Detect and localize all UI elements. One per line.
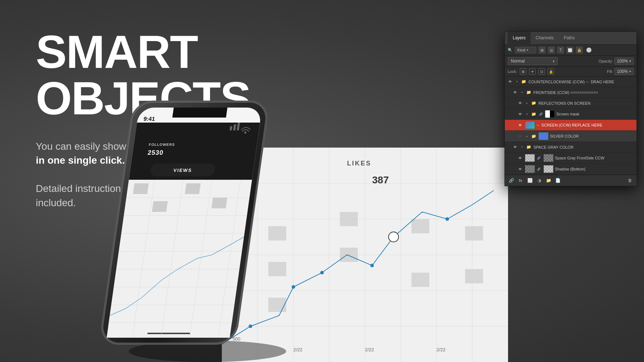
opacity-arrow: ▾	[629, 59, 631, 63]
lock-label: Lock:	[508, 69, 517, 74]
color-dot	[586, 48, 591, 53]
layer-item-spacegray-frontside[interactable]: Space Gray FrontSide CCW	[505, 153, 636, 164]
layer-eye-2[interactable]	[517, 100, 523, 106]
lock-all-icon[interactable]: 🔒	[548, 68, 554, 75]
adjustment-layer-icon[interactable]: ◑	[536, 177, 543, 184]
layer-item-reflections[interactable]: REFLECTIONS ON SCREEN	[505, 98, 636, 109]
layer-name-8: Shadow (Bottom)	[555, 167, 634, 171]
kind-label: Kind	[517, 48, 525, 52]
layer-folder-1	[526, 89, 532, 96]
opacity-control: Opacity: 100% ▾	[599, 58, 634, 65]
layer-thumb-7	[525, 154, 535, 162]
layer-item-frontside[interactable]: FRONTSIDE (CCW) ============	[505, 87, 636, 98]
delete-layer-icon[interactable]: 🗑	[626, 177, 634, 184]
lock-position-icon[interactable]: ✛	[529, 68, 536, 75]
dropdown-arrow: ▾	[527, 48, 528, 52]
layer-link-7	[536, 155, 541, 160]
tab-paths[interactable]: Paths	[559, 32, 580, 45]
main-title: SMART OBJECTS	[36, 29, 286, 122]
layer-item-space-gray[interactable]: SPACE GRAY COLOR	[505, 142, 636, 153]
layer-eye-6[interactable]	[512, 144, 518, 150]
layer-eye-7[interactable]	[517, 155, 523, 161]
photoshop-panel: Layers Channels Paths 🔍 Kind ▾ ⊞ ◎ T ⬜ 🔒…	[504, 31, 637, 186]
subtitle: You can easily show your design in one s…	[36, 139, 286, 167]
lock-pixels-icon[interactable]: ⊞	[520, 68, 526, 75]
title-line2: OBJECTS	[36, 75, 286, 122]
layer-thumb-3	[545, 110, 555, 118]
subtitle2: Detailed instructionsincluded.	[36, 182, 286, 209]
filter-dropdown[interactable]: Kind ▾	[515, 47, 536, 53]
layer-name-5: SILVER COLOR	[550, 134, 634, 138]
new-layer-icon[interactable]: 📄	[554, 177, 561, 184]
layer-item-screenmask[interactable]: Screen mask	[505, 109, 636, 120]
layer-name-2: REFLECTIONS ON SCREEN	[538, 101, 634, 105]
smart-filter-icon[interactable]: 🔒	[576, 46, 583, 54]
layer-thumb-8	[525, 165, 535, 173]
layer-eye-5[interactable]	[517, 133, 523, 139]
blend-mode-dropdown[interactable]: Normal ▾	[508, 57, 558, 65]
panel-tabs: Layers Channels Paths	[505, 32, 636, 45]
lock-artboard-icon[interactable]: ⊡	[538, 68, 545, 75]
layers-list: COUNTERCLOCKWISE (CCW) ← DRAG HERE FRONT…	[505, 76, 636, 175]
layer-name-7: Space Gray FrontSide CCW	[555, 156, 634, 160]
lock-fill-row: Lock: ⊞ ✛ ⊡ 🔒 Fill: 100% ▾	[505, 67, 636, 76]
layer-thumb-8b	[543, 165, 553, 173]
new-folder-icon[interactable]: 📁	[545, 177, 552, 184]
fill-label: Fill:	[607, 69, 613, 74]
layer-eye-3[interactable]	[517, 111, 523, 117]
type-filter-icon[interactable]: T	[557, 46, 564, 54]
layer-folder-6	[526, 144, 532, 150]
layer-link-3	[538, 111, 543, 116]
layer-item-silver-color[interactable]: SILVER COLOR	[505, 131, 636, 142]
layer-arrow-5[interactable]	[525, 134, 529, 138]
layer-item-counterclockwise[interactable]: COUNTERCLOCKWISE (CCW) ← DRAG HERE	[505, 76, 636, 87]
layer-link-8	[536, 167, 541, 172]
subtitle-bold: in one single click.	[36, 155, 125, 166]
fill-control: Fill: 100% ▾	[607, 68, 634, 75]
subtitle-regular: You can easily show your design	[36, 141, 181, 152]
layer-thumb-7b	[543, 154, 553, 162]
layer-name-0: COUNTERCLOCKWISE (CCW) ← DRAG HERE	[528, 80, 634, 84]
title-line1: SMART	[36, 29, 286, 75]
layer-name-4: ← SCREEN (CCW) REPLACE HERE	[536, 123, 634, 127]
adjust-filter-icon[interactable]: ◎	[548, 46, 555, 54]
layer-eye-1[interactable]	[512, 89, 518, 96]
opacity-label: Opacity:	[599, 59, 613, 63]
pixel-filter-icon[interactable]: ⊞	[538, 46, 546, 54]
layer-arrow-1[interactable]	[520, 90, 524, 95]
layer-eye-4[interactable]	[517, 122, 523, 128]
fill-arrow: ▾	[629, 70, 631, 73]
layer-arrow-2[interactable]	[525, 101, 529, 105]
layer-eye-0[interactable]	[507, 79, 513, 85]
fx-icon[interactable]: fx	[517, 177, 524, 184]
layer-name-3: Screen mask	[556, 112, 634, 116]
shape-filter-icon[interactable]: ⬜	[566, 46, 574, 54]
layer-item-shadow-bottom[interactable]: Shadow (Bottom)	[505, 164, 636, 175]
opacity-value-text: 100%	[617, 59, 628, 64]
layer-eye-8[interactable]	[517, 166, 523, 172]
tab-layers[interactable]: Layers	[508, 32, 531, 45]
layer-arrow-6[interactable]	[520, 145, 524, 149]
filter-toolbar: 🔍 Kind ▾ ⊞ ◎ T ⬜ 🔒	[505, 45, 636, 56]
layer-name-6: SPACE GRAY COLOR	[533, 145, 634, 149]
layer-arrow-0[interactable]	[515, 80, 519, 84]
layer-thumb-4	[525, 121, 535, 129]
panel-bottom-toolbar: 🔗 fx ⬜ ◑ 📁 📄 🗑	[505, 175, 636, 186]
fill-value-text: 100%	[617, 69, 628, 74]
blend-opacity-row: Normal ▾ Opacity: 100% ▾	[505, 56, 636, 67]
link-icon[interactable]: 🔗	[508, 177, 515, 184]
layer-folder-3	[531, 111, 537, 117]
layer-name-1: FRONTSIDE (CCW) ============	[533, 90, 634, 95]
layer-item-screen-ccw[interactable]: ← SCREEN (CCW) REPLACE HERE	[505, 120, 636, 131]
blend-dropdown-arrow: ▾	[553, 59, 555, 63]
layer-thumb-5	[538, 132, 548, 140]
left-content-area: SMART OBJECTS You can easily show your d…	[36, 29, 286, 210]
tab-channels[interactable]: Channels	[531, 32, 559, 45]
fill-input[interactable]: 100% ▾	[614, 68, 634, 75]
layer-arrow-3[interactable]	[525, 112, 529, 116]
opacity-input[interactable]: 100% ▾	[614, 58, 634, 65]
blend-mode-value: Normal	[511, 59, 551, 64]
mask-icon[interactable]: ⬜	[526, 177, 533, 184]
layer-folder-2	[531, 100, 537, 106]
layer-folder-5	[531, 133, 537, 139]
